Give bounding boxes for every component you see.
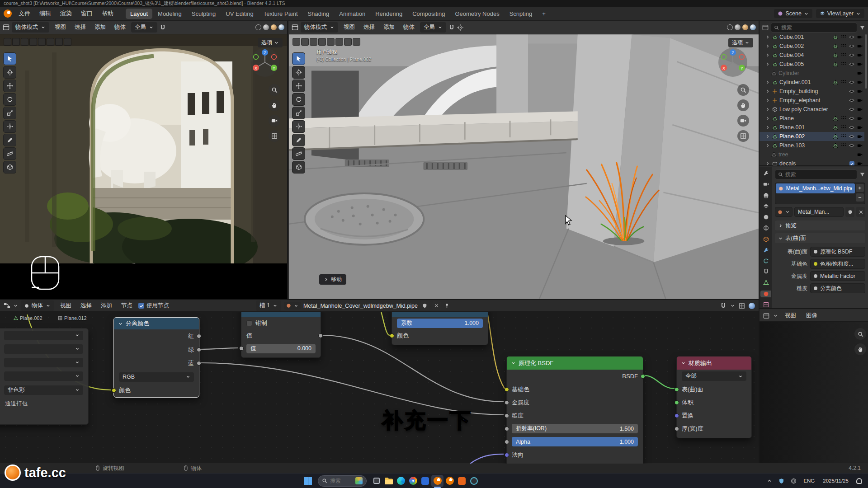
annotate-tool[interactable] xyxy=(3,134,16,146)
camera-icon[interactable] xyxy=(857,125,863,130)
viewport-menu-object[interactable]: 物体 xyxy=(400,22,418,33)
eye-icon[interactable] xyxy=(849,89,854,94)
viewport-menu-select[interactable]: 选择 xyxy=(71,22,89,33)
navigation-gizmo[interactable]: Z X Y xyxy=(717,47,748,78)
add-cube-tool[interactable] xyxy=(292,161,305,174)
tab-view-layer[interactable] xyxy=(760,203,771,210)
eye-icon[interactable] xyxy=(849,143,854,148)
zoom-icon[interactable] xyxy=(269,84,280,96)
surface-shader-button[interactable]: 原理化 BSDF xyxy=(810,247,865,257)
tab-constraints[interactable] xyxy=(760,268,771,275)
add-slot-button[interactable] xyxy=(856,184,864,192)
outliner-row[interactable]: Plane.001 xyxy=(760,123,864,132)
move-tool[interactable] xyxy=(292,80,305,92)
outliner-search[interactable] xyxy=(771,23,857,33)
viewport-menu-add[interactable]: 添加 xyxy=(380,22,398,33)
navigation-gizmo[interactable]: Z X Y xyxy=(250,47,280,78)
workspace-tab-shading[interactable]: Shading xyxy=(303,9,334,19)
workspace-tab-texture-paint[interactable]: Texture Paint xyxy=(259,9,302,19)
blue-app-button[interactable] xyxy=(419,475,431,487)
viewport-right[interactable]: 物体模式 视图 选择 添加 物体 全局 xyxy=(289,21,759,299)
input-socket-metallic[interactable] xyxy=(505,400,509,405)
ortho-grid-icon[interactable] xyxy=(737,130,749,142)
material-slot-selected[interactable]: Metal_Manh...ebw_Mid.pipe xyxy=(776,183,855,193)
outliner-scrollbar[interactable] xyxy=(865,34,867,89)
outliner-row[interactable]: Empty_elephant xyxy=(760,96,864,105)
collection-checkbox[interactable] xyxy=(849,161,854,166)
eye-icon[interactable] xyxy=(849,34,854,40)
camera-icon[interactable] xyxy=(857,34,863,40)
shader-node-editor[interactable]: 物体 视图 选择 添加 节点 使用节点 槽 1 Metal_Manhole_Co… xyxy=(0,299,759,463)
input-socket-thickness[interactable] xyxy=(675,427,679,431)
snap-magnet-icon[interactable] xyxy=(160,24,166,31)
fake-user-shield-button[interactable] xyxy=(845,207,854,217)
image-texture-node[interactable]: 非色彩 通道打包 xyxy=(0,328,89,425)
input-socket-color[interactable] xyxy=(112,388,116,393)
snap-magnet-icon[interactable] xyxy=(720,303,726,309)
preview-section-header[interactable]: 预览 xyxy=(775,221,865,230)
output-socket-green[interactable] xyxy=(197,347,201,352)
fake-user-shield-button[interactable] xyxy=(420,301,429,310)
camera-icon[interactable] xyxy=(857,61,863,67)
blender-logo-icon[interactable] xyxy=(4,9,12,18)
outliner-row[interactable]: Empty_building xyxy=(760,87,864,96)
material-output-node[interactable]: 材质输出 全部 表(曲)面 体积 置换 厚(宽)度 xyxy=(676,356,752,438)
collapse-icon[interactable] xyxy=(511,361,516,366)
scale-tool[interactable] xyxy=(3,107,16,119)
properties-editor[interactable]: Metal_Manh...ebw_Mid.pipe Metal_Man... xyxy=(760,167,868,309)
outliner-row[interactable]: Cube.005 xyxy=(760,60,864,69)
eye-icon[interactable] xyxy=(849,52,854,58)
transform-orientation-selector[interactable]: 全局 xyxy=(420,22,446,33)
editor-type-icon[interactable] xyxy=(762,24,769,31)
workspace-tab-compositing[interactable]: Compositing xyxy=(408,9,449,19)
eye-icon[interactable] xyxy=(849,134,854,139)
camera-icon[interactable] xyxy=(857,89,863,94)
properties-search[interactable] xyxy=(775,169,857,179)
outliner-row[interactable]: Cylinder.001 xyxy=(760,78,864,87)
outliner-row[interactable]: Cylinder xyxy=(760,69,864,78)
eye-icon[interactable] xyxy=(849,116,854,121)
chrome-browser-button[interactable] xyxy=(407,475,419,487)
workspace-tab-sculpting[interactable]: Sculpting xyxy=(187,9,220,19)
menu-help[interactable]: 帮助 xyxy=(98,8,118,19)
outliner-row[interactable]: Cube.001 xyxy=(760,33,864,42)
outliner-row[interactable]: Cube.002 xyxy=(760,42,864,51)
collapse-icon[interactable] xyxy=(118,321,123,326)
editor-type-icon[interactable] xyxy=(3,24,9,31)
menu-file[interactable]: 文件 xyxy=(14,8,34,19)
shading-mode-toggles[interactable] xyxy=(727,24,756,30)
solid-shading-icon[interactable] xyxy=(263,24,269,30)
material-browse-button[interactable] xyxy=(284,302,301,310)
camera-icon[interactable] xyxy=(857,80,863,85)
editor-type-icon[interactable] xyxy=(292,24,298,31)
filter-icon[interactable] xyxy=(859,172,865,178)
workspace-tab-rendering[interactable]: Rendering xyxy=(371,9,407,19)
mode-dropdown[interactable]: RGB xyxy=(119,372,194,382)
cursor-tool[interactable] xyxy=(3,66,16,79)
input-socket-ior[interactable] xyxy=(505,427,509,431)
viewport-menu-object[interactable]: 物体 xyxy=(111,22,129,33)
scene-selector[interactable]: Scene xyxy=(774,9,812,18)
output-socket-value[interactable] xyxy=(318,333,323,338)
tray-datetime[interactable]: 2025/11/25 xyxy=(818,478,853,483)
filter-icon[interactable] xyxy=(859,25,865,31)
shading-mode-toggles[interactable] xyxy=(255,24,284,30)
viewport-right-tool-settings[interactable] xyxy=(292,38,360,46)
blender-app-button-2[interactable] xyxy=(443,475,456,487)
unlink-material-button[interactable] xyxy=(432,301,441,310)
node-breadcrumb-plane002[interactable]: Plane.002 xyxy=(14,315,42,321)
alpha-slider[interactable]: Alpha1.000 xyxy=(512,437,638,446)
node-menu-node[interactable]: 节点 xyxy=(118,300,136,311)
projection-dropdown[interactable] xyxy=(4,344,83,354)
viewport-left-options-button[interactable]: 选项 xyxy=(258,38,283,47)
taskbar-search-input[interactable] xyxy=(330,478,352,484)
annotate-tool[interactable] xyxy=(292,134,305,146)
extension-dropdown[interactable] xyxy=(4,358,83,367)
pan-hand-icon[interactable] xyxy=(737,99,749,111)
outliner-row[interactable]: Low poly Character xyxy=(760,105,864,114)
source-dropdown[interactable] xyxy=(4,371,83,381)
properties-tab-strip[interactable] xyxy=(760,167,772,308)
measure-tool[interactable] xyxy=(292,147,305,160)
use-nodes-checkbox[interactable]: 使用节点 xyxy=(138,302,169,310)
hue-saturation-node[interactable]: 系数1.000 颜色 xyxy=(392,312,488,345)
